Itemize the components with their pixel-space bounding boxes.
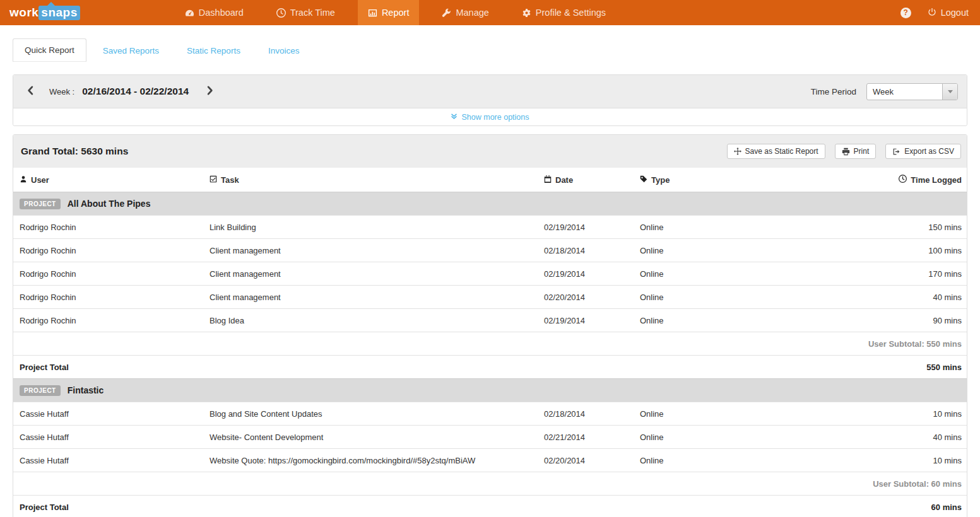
- cell-date: 02/19/2014: [544, 223, 640, 232]
- grand-total: Grand Total: 5630 mins: [21, 146, 128, 157]
- report-header: Grand Total: 5630 mins Save as Static Re…: [13, 135, 967, 168]
- print-label: Print: [854, 147, 870, 156]
- worksnaps-logo[interactable]: worksnaps: [0, 0, 90, 25]
- cell-task: Client management: [210, 269, 544, 279]
- cell-task: Link Building: [210, 223, 544, 232]
- wrench-icon: [442, 8, 451, 18]
- project-section: PROJECT All About The Pipes Rodrigo Roch…: [13, 192, 967, 378]
- print-button[interactable]: Print: [835, 144, 877, 159]
- help-icon[interactable]: ?: [900, 8, 911, 18]
- chevron-right-icon: [205, 85, 215, 98]
- project-total-value: 60 mins: [931, 502, 962, 512]
- nav-item-report[interactable]: Report: [358, 0, 420, 25]
- cell-time: 10 mins: [835, 456, 962, 465]
- save-static-report-button[interactable]: Save as Static Report: [727, 144, 825, 159]
- project-total-value: 550 mins: [926, 363, 962, 372]
- filter-options-bar: Show more options: [13, 108, 967, 125]
- chevron-left-icon: [26, 85, 35, 98]
- time-period-label: Time Period: [811, 87, 856, 96]
- time-period-control: Time Period Week: [811, 83, 958, 100]
- tab-invoices[interactable]: Invoices: [257, 40, 311, 62]
- cell-time: 40 mins: [835, 433, 962, 442]
- nav-item-profile-settings[interactable]: Profile & Settings: [512, 0, 616, 25]
- report-table-body: PROJECT All About The Pipes Rodrigo Roch…: [13, 192, 967, 517]
- cell-time: 40 mins: [835, 293, 962, 302]
- cell-type: Online: [640, 316, 835, 325]
- export-icon: [892, 148, 900, 156]
- bar-chart-icon: [368, 8, 377, 18]
- project-badge: PROJECT: [20, 199, 61, 209]
- export-csv-button[interactable]: Export as CSV: [885, 144, 961, 159]
- project-rows: Cassie Hutaff Blog and Site Content Upda…: [13, 402, 967, 472]
- tab-static-reports[interactable]: Static Reports: [175, 40, 252, 62]
- export-csv-label: Export as CSV: [904, 147, 954, 156]
- cell-type: Online: [640, 433, 835, 442]
- user-subtotal: User Subtotal: 550 mins: [868, 339, 962, 349]
- cell-type: Online: [640, 223, 835, 232]
- nav-item-label: Track Time: [290, 8, 335, 18]
- clock-icon: [276, 8, 286, 18]
- cell-task: Blog Idea: [210, 316, 544, 325]
- user-subtotal: User Subtotal: 60 mins: [873, 479, 962, 489]
- tab-saved-reports[interactable]: Saved Reports: [92, 40, 170, 62]
- clock-icon: [899, 175, 907, 185]
- cell-time: 170 mins: [835, 269, 962, 279]
- project-total-row: Project Total 550 mins: [13, 355, 967, 378]
- week-label: Week :: [49, 87, 74, 96]
- check-square-icon: [210, 175, 217, 185]
- time-period-value: Week: [867, 87, 942, 96]
- column-header-time-logged: Time Logged: [835, 175, 962, 185]
- tab-quick-report[interactable]: Quick Report: [13, 38, 86, 62]
- cell-user: Rodrigo Rochin: [20, 246, 210, 255]
- cell-user: Cassie Hutaff: [20, 409, 210, 419]
- cell-task: Client management: [210, 246, 544, 255]
- logout-label: Logout: [941, 8, 969, 18]
- cell-task: Website- Content Development: [210, 433, 544, 442]
- cell-date: 02/20/2014: [544, 293, 640, 302]
- cell-user: Rodrigo Rochin: [20, 293, 210, 302]
- cell-type: Online: [640, 456, 835, 465]
- nav-item-dashboard[interactable]: Dashboard: [175, 0, 254, 25]
- cell-user: Cassie Hutaff: [20, 433, 210, 442]
- table-row: Rodrigo Rochin Blog Idea 02/19/2014 Onli…: [13, 308, 967, 332]
- table-row: Rodrigo Rochin Client management 02/18/2…: [13, 238, 967, 262]
- project-total-label: Project Total: [20, 363, 69, 372]
- nav-item-track-time[interactable]: Track Time: [266, 0, 345, 25]
- dashboard-icon: [185, 8, 194, 18]
- show-more-options-link[interactable]: Show more options: [451, 113, 529, 122]
- table-row: Cassie Hutaff Blog and Site Content Upda…: [13, 402, 967, 425]
- cell-task: Website Quote: https://gomockingbird.com…: [210, 456, 544, 465]
- table-row: Rodrigo Rochin Client management 02/19/2…: [13, 262, 967, 285]
- double-chevron-down-icon: [451, 113, 458, 122]
- show-more-label: Show more options: [461, 113, 529, 122]
- logout-button[interactable]: Logout: [928, 8, 969, 18]
- prev-week-button[interactable]: [25, 84, 37, 99]
- report-actions: Save as Static Report Print Export as CS…: [727, 144, 961, 159]
- user-icon: [20, 175, 27, 185]
- gear-icon: [522, 8, 531, 18]
- column-header-type: Type: [640, 175, 835, 185]
- project-total-label: Project Total: [20, 502, 69, 512]
- cell-date: 02/18/2014: [544, 246, 640, 255]
- table-row: Rodrigo Rochin Link Building 02/19/2014 …: [13, 215, 967, 238]
- cell-type: Online: [640, 246, 835, 255]
- project-name: All About The Pipes: [68, 199, 151, 209]
- cell-type: Online: [640, 269, 835, 279]
- project-rows: Rodrigo Rochin Link Building 02/19/2014 …: [13, 215, 967, 332]
- move-icon: [734, 148, 741, 155]
- time-period-select[interactable]: Week: [866, 83, 958, 100]
- next-week-button[interactable]: [204, 84, 216, 99]
- table-header-row: User Task Date Type Time Logged: [13, 168, 967, 192]
- chevron-down-icon: [948, 90, 953, 96]
- cell-date: 02/18/2014: [544, 409, 640, 419]
- nav-right: ? Logout: [900, 0, 980, 25]
- cell-time: 100 mins: [835, 246, 962, 255]
- select-arrow-button[interactable]: [942, 84, 957, 100]
- table-row: Cassie Hutaff Website- Content Developme…: [13, 425, 967, 448]
- main-nav: Dashboard Track Time Report Manage Profi…: [168, 0, 622, 25]
- calendar-icon: [544, 175, 552, 185]
- nav-item-label: Profile & Settings: [536, 8, 606, 18]
- nav-item-label: Report: [382, 8, 410, 18]
- cell-type: Online: [640, 293, 835, 302]
- nav-item-manage[interactable]: Manage: [432, 0, 499, 25]
